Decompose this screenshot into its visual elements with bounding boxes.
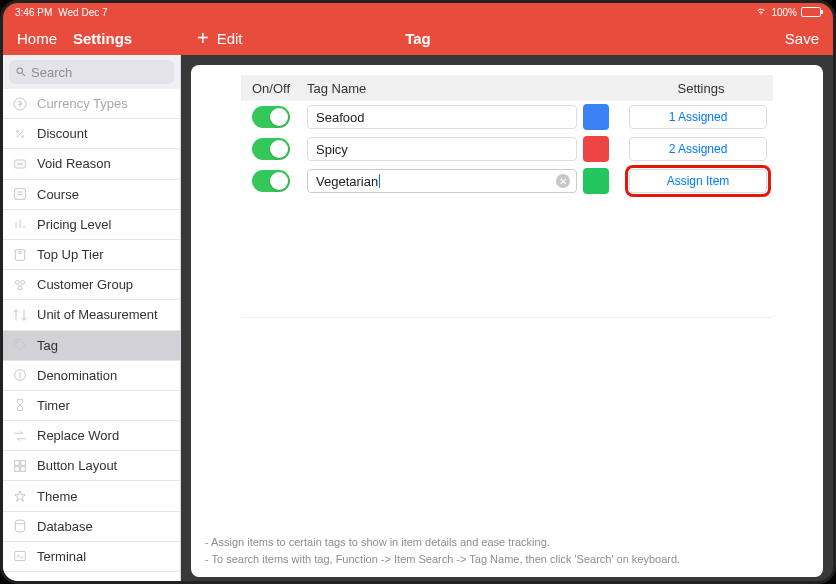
sidebar-item-label: Timer: [37, 398, 70, 413]
search-placeholder: Search: [31, 65, 72, 80]
sidebar-item-label: Pricing Level: [37, 217, 111, 232]
edit-label: Edit: [217, 30, 243, 47]
sidebar-item-label: Database: [37, 519, 93, 534]
sidebar-item-unit-of-measurement[interactable]: Unit of Measurement: [3, 300, 180, 330]
settings-button[interactable]: Assign Item: [629, 169, 767, 193]
sidebar-item-label: Theme: [37, 489, 77, 504]
toggle-switch[interactable]: [252, 138, 290, 160]
table-row: Vegetarian✕Assign Item: [241, 165, 773, 197]
layout-icon: [11, 457, 29, 475]
svg-point-10: [17, 342, 18, 343]
sidebar-item-label: Customer Group: [37, 277, 133, 292]
table-row: Spicy2 Assigned: [241, 133, 773, 165]
svg-point-16: [15, 520, 24, 524]
svg-rect-13: [21, 461, 26, 466]
sidebar-item-course[interactable]: Course: [3, 180, 180, 210]
table-row: Seafood1 Assigned: [241, 101, 773, 133]
status-time: 3:46 PM: [15, 7, 52, 18]
sidebar-item-label: Discount: [37, 126, 88, 141]
footer-line1: - Assign items to certain tags to show i…: [205, 534, 809, 551]
wifi-icon: [755, 7, 767, 17]
tag-name-input[interactable]: Spicy: [307, 137, 577, 161]
pricing-icon: [11, 215, 29, 233]
sidebar-item-discount[interactable]: Discount: [3, 119, 180, 149]
sidebar-item-top-up-tier[interactable]: Top Up Tier: [3, 240, 180, 270]
sidebar-item-theme[interactable]: Theme: [3, 481, 180, 511]
status-bar: 3:46 PM Wed Dec 7 100%: [3, 3, 833, 21]
tag-name-input[interactable]: Vegetarian✕: [307, 169, 577, 193]
sidebar-item-label: Void Reason: [37, 156, 111, 171]
color-swatch[interactable]: [583, 136, 609, 162]
table-header: On/Off Tag Name Settings: [241, 75, 773, 101]
search-input[interactable]: Search: [9, 60, 174, 84]
status-date: Wed Dec 7: [58, 7, 107, 18]
svg-rect-15: [21, 467, 26, 472]
battery-percent: 100%: [771, 7, 797, 18]
svg-point-9: [18, 285, 22, 289]
denom-icon: [11, 366, 29, 384]
sidebar-item-label: Terminal: [37, 549, 86, 564]
sidebar-item-label: Currency Types: [37, 96, 128, 111]
search-icon: [15, 66, 27, 78]
svg-point-7: [15, 280, 19, 284]
sidebar-item-label: Customer Display: [37, 579, 140, 581]
header-name: Tag Name: [301, 81, 589, 96]
sidebar-item-void-reason[interactable]: Void Reason: [3, 149, 180, 179]
replace-icon: [11, 427, 29, 445]
color-swatch[interactable]: [583, 104, 609, 130]
toggle-switch[interactable]: [252, 106, 290, 128]
page-title: Tag: [405, 30, 431, 47]
group-icon: [11, 276, 29, 294]
sidebar-item-customer-display[interactable]: Customer Display: [3, 572, 180, 581]
clear-icon[interactable]: ✕: [556, 174, 570, 188]
content-panel: On/Off Tag Name Settings Seafood1 Assign…: [191, 65, 823, 577]
toggle-switch[interactable]: [252, 170, 290, 192]
svg-point-8: [21, 280, 25, 284]
footer-help: - Assign items to certain tags to show i…: [191, 528, 823, 577]
home-button[interactable]: Home: [17, 30, 57, 47]
plus-icon: +: [197, 27, 209, 50]
svg-rect-12: [15, 461, 20, 466]
terminal-icon: [11, 547, 29, 565]
footer-line2: - To search items with tag, Function -> …: [205, 551, 809, 568]
color-swatch[interactable]: [583, 168, 609, 194]
edit-button[interactable]: + Edit: [197, 27, 243, 50]
topup-icon: [11, 246, 29, 264]
svg-rect-4: [15, 189, 26, 200]
sidebar-item-label: Tag: [37, 338, 58, 353]
settings-title: Settings: [73, 30, 132, 47]
sidebar-item-terminal[interactable]: Terminal: [3, 542, 180, 572]
void-icon: [11, 155, 29, 173]
sidebar-item-label: Top Up Tier: [37, 247, 103, 262]
tag-name-input[interactable]: Seafood: [307, 105, 577, 129]
database-icon: [11, 517, 29, 535]
battery-icon: [801, 7, 821, 17]
sidebar-item-tag[interactable]: Tag: [3, 331, 180, 361]
save-button[interactable]: Save: [785, 30, 833, 47]
sidebar-item-timer[interactable]: Timer: [3, 391, 180, 421]
sidebar-item-replace-word[interactable]: Replace Word: [3, 421, 180, 451]
sidebar-item-database[interactable]: Database: [3, 512, 180, 542]
tag-icon: [11, 336, 29, 354]
sidebar-item-button-layout[interactable]: Button Layout: [3, 451, 180, 481]
display-icon: [11, 578, 29, 581]
unit-icon: [11, 306, 29, 324]
sidebar-item-currency-types[interactable]: Currency Types: [3, 89, 180, 119]
sidebar-item-label: Course: [37, 187, 79, 202]
timer-icon: [11, 396, 29, 414]
sidebar-item-label: Button Layout: [37, 458, 117, 473]
discount-icon: [11, 125, 29, 143]
sidebar-item-label: Replace Word: [37, 428, 119, 443]
header-onoff: On/Off: [241, 81, 301, 96]
sidebar-item-label: Denomination: [37, 368, 117, 383]
sidebar-item-pricing-level[interactable]: Pricing Level: [3, 210, 180, 240]
header-settings: Settings: [629, 81, 773, 96]
svg-point-6: [19, 251, 22, 254]
sidebar-item-label: Unit of Measurement: [37, 307, 158, 322]
sidebar-item-customer-group[interactable]: Customer Group: [3, 270, 180, 300]
settings-button[interactable]: 2 Assigned: [629, 137, 767, 161]
theme-icon: [11, 487, 29, 505]
course-icon: [11, 185, 29, 203]
sidebar-item-denomination[interactable]: Denomination: [3, 361, 180, 391]
settings-button[interactable]: 1 Assigned: [629, 105, 767, 129]
